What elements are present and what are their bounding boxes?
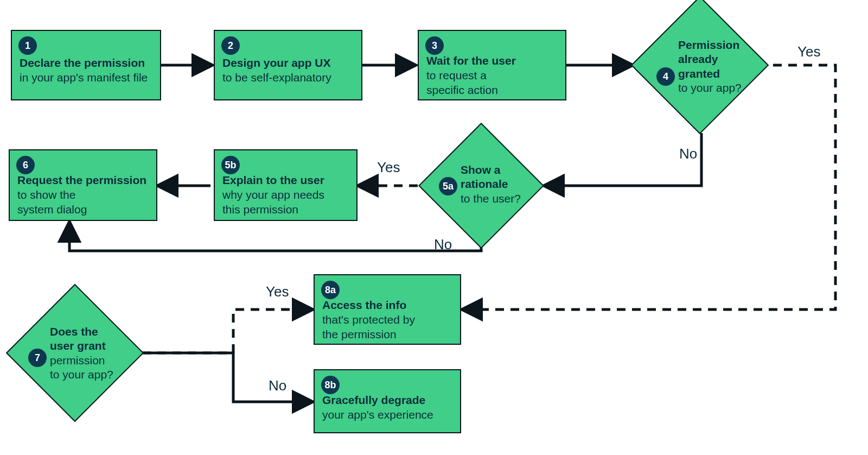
step-3-badge: 3 (425, 36, 444, 55)
label-4-yes: Yes (797, 43, 820, 60)
decision-4-badge: 4 (656, 67, 675, 86)
step-8a-text: Access the info that's protected by the … (322, 298, 452, 342)
decision-7-text: Does the user grant permission to your a… (50, 325, 126, 382)
step-2-badge: 2 (221, 36, 240, 55)
step-8a-access-info: 8a Access the info that's protected by t… (314, 274, 461, 345)
step-1-declare-permission: 1 Declare the permission in your app's m… (11, 30, 161, 100)
edge-7-yes (142, 309, 311, 353)
step-5b-badge: 5b (221, 156, 240, 174)
decision-4-permission-granted: 4 Permission already granted to your app… (651, 16, 749, 114)
step-5b-explain-to-user: 5b Explain to the user why your app need… (214, 149, 358, 221)
step-1-text: Declare the permission in your app's man… (20, 56, 152, 85)
decision-7-user-grant: 7 Does the user grant permission to your… (26, 304, 124, 402)
label-4-no: No (679, 146, 697, 162)
step-8a-badge: 8a (321, 281, 340, 299)
step-3-wait-for-user: 3 Wait for the user to request a specifi… (418, 30, 566, 100)
step-6-text: Request the permission to show the syste… (17, 173, 149, 217)
label-7-yes: Yes (266, 283, 289, 300)
decision-7-badge: 7 (28, 349, 47, 367)
step-2-text: Design your app UX to be self-explanator… (222, 56, 354, 85)
step-8b-badge: 8b (321, 376, 340, 394)
flowchart: 1 Declare the permission in your app's m… (0, 0, 868, 455)
step-6-badge: 6 (16, 156, 35, 174)
decision-5a-badge: 5a (439, 177, 457, 195)
label-5a-yes: Yes (377, 159, 400, 176)
step-2-design-ux: 2 Design your app UX to be self-explanat… (214, 30, 362, 100)
edge-4-no (546, 133, 701, 186)
decision-5a-text: Show a rationale to the user? (461, 163, 531, 206)
step-6-request-permission: 6 Request the permission to show the sys… (9, 149, 157, 221)
decision-5a-show-rationale: 5a Show a rationale to the user? (437, 141, 526, 230)
label-5a-no: No (434, 236, 452, 253)
step-5b-text: Explain to the user why your app needs t… (222, 173, 349, 217)
step-8b-text: Gracefully degrade your app's experience (322, 393, 452, 422)
step-3-text: Wait for the user to request a specific … (426, 54, 558, 98)
label-7-no: No (269, 377, 286, 394)
edge-5a-no (69, 224, 481, 251)
step-1-badge: 1 (18, 36, 37, 55)
step-8b-gracefully-degrade: 8b Gracefully degrade your app's experie… (314, 369, 461, 433)
decision-4-text: Permission already granted to your app? (678, 38, 754, 95)
